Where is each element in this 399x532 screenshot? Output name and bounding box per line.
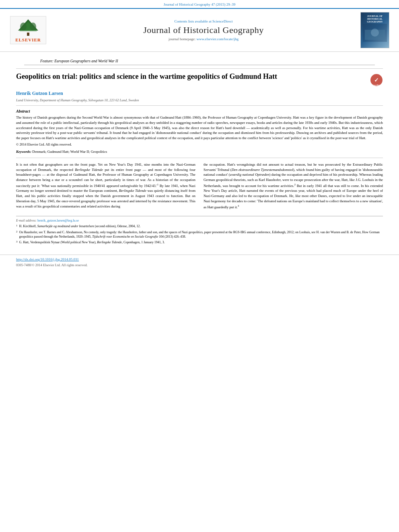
footnote-num-1: 1 — [16, 224, 18, 228]
svg-point-4 — [30, 23, 36, 31]
email-label: E-mail address: — [16, 219, 37, 222]
journal-volume-info: Journal of Historical Geography 47 (2015… — [164, 2, 235, 6]
elsevier-tree-icon — [16, 18, 40, 37]
body-columns: It is not often that geographers are on … — [16, 162, 383, 212]
homepage-link[interactable]: www.elsevier.com/locate/jhg — [197, 37, 239, 41]
abstract-section: Abstract The history of Danish geographe… — [16, 109, 383, 154]
cover-illustration — [363, 24, 387, 42]
main-content-wrapper: Feature: European Geographers and World … — [0, 52, 399, 250]
svg-text:CrossMark: CrossMark — [372, 84, 381, 86]
doi-link[interactable]: http://dx.doi.org/10.1016/j.jhg.2014.05.… — [16, 257, 383, 261]
header-box: ELSEVIER Contents lists available at Sci… — [0, 8, 399, 52]
sciencedirect-text: Contents lists available at ScienceDirec… — [175, 19, 233, 23]
body-col-right: the occupation. Hatt's wrongdoings did n… — [204, 162, 383, 212]
body-left-para-1: It is not often that geographers are on … — [16, 162, 195, 209]
header-center: Contents lists available at ScienceDirec… — [54, 12, 353, 48]
elsevier-image: ELSEVIER — [10, 16, 46, 44]
footnote-text-1: H. Kirchhoff, Samarbejde og modstand und… — [19, 224, 141, 228]
footnotes-section: E-mail address: henrik_gutzon.larsen@keg… — [16, 216, 383, 244]
footnote-email: E-mail address: henrik_gutzon.larsen@keg… — [16, 219, 383, 222]
footnote-num-3: 3 — [16, 240, 18, 244]
copyright-line: © 2014 Elsevier Ltd. All rights reserved… — [16, 142, 383, 146]
author-name: Henrik Gutzon Larsen — [16, 90, 383, 97]
divider-after-author — [16, 105, 383, 106]
svg-point-7 — [371, 29, 379, 37]
divider-after-abstract — [16, 158, 383, 158]
svg-rect-0 — [27, 33, 29, 36]
keywords-text: Denmark; Gudmund Hatt; World War II; Geo… — [32, 150, 107, 154]
body-right-para-1: the occupation. Hatt's wrongdoings did n… — [204, 162, 383, 210]
footnote-1: 1 H. Kirchhoff, Samarbejde og modstand u… — [16, 224, 383, 228]
footnote-2: 2 On Haushofer, see T. Barnes and C. Abr… — [16, 230, 383, 239]
svg-text:✓: ✓ — [374, 77, 379, 83]
footnote-text-2: On Haushofer, see T. Barnes and C. Abrah… — [19, 230, 383, 239]
keywords-line: Keywords: Denmark; Gudmund Hatt; World W… — [16, 150, 383, 154]
abstract-text: The history of Danish geographers during… — [16, 115, 383, 141]
abstract-label: Abstract — [16, 109, 383, 113]
keywords-label: Keywords: — [16, 150, 31, 154]
divider-after-feature — [16, 68, 383, 69]
bottom-links: http://dx.doi.org/10.1016/j.jhg.2014.05.… — [0, 255, 399, 269]
page-wrapper: Journal of Historical Geography 47 (2015… — [0, 0, 399, 532]
cover-title-text: JOURNAL OFHISTORICALGEOGRAPHY — [367, 15, 383, 24]
body-col-left: It is not often that geographers are on … — [16, 162, 195, 212]
author-affiliation: Lund University, Department of Human Geo… — [16, 98, 383, 102]
journal-cover-image: JOURNAL OFHISTORICALGEOGRAPHY — [360, 12, 389, 48]
svg-point-3 — [20, 23, 27, 31]
footnote-num-2: 2 — [16, 230, 18, 239]
copyright-bottom: 0305-7488/© 2014 Elsevier Ltd. All right… — [16, 263, 383, 267]
article-title-text: Geopolitics on trial: politics and scien… — [16, 72, 366, 81]
top-journal-link: Journal of Historical Geography 47 (2015… — [0, 0, 399, 8]
crossmark-icon: ✓ CrossMark — [370, 74, 383, 86]
footnote-text-3: G. Hatt, Verdenspolitisk Nytaar (World p… — [19, 240, 165, 244]
elsevier-label: ELSEVIER — [15, 37, 41, 42]
article-title-row: Geopolitics on trial: politics and scien… — [16, 72, 383, 86]
sciencedirect-link[interactable]: ScienceDirect — [212, 19, 232, 23]
journal-title: Journal of Historical Geography — [143, 25, 264, 35]
feature-line: Feature: European Geographers and World … — [24, 56, 375, 65]
footnote-3: 3 G. Hatt, Verdenspolitisk Nytaar (World… — [16, 240, 383, 244]
elsevier-logo-left: ELSEVIER — [8, 12, 48, 48]
journal-cover-right: JOURNAL OFHISTORICALGEOGRAPHY — [359, 12, 391, 48]
email-address[interactable]: henrik_gutzon.larsen@keg.lu.se — [37, 219, 79, 222]
journal-homepage: journal homepage: www.elsevier.com/locat… — [169, 37, 239, 41]
